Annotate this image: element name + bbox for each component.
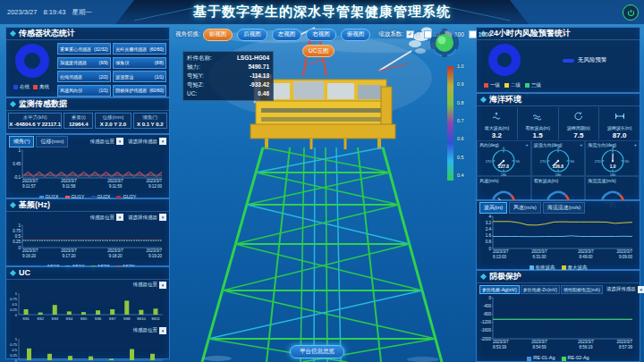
uc-color-scale bbox=[447, 66, 453, 181]
sensor-dropdown[interactable]: 传感器位置▾ bbox=[133, 282, 167, 289]
scale-checkbox-1[interactable]: ✓1 bbox=[406, 30, 419, 38]
tab-inclination-0[interactable]: 倾角(°) bbox=[9, 136, 34, 147]
view-switch-label: 视角切换: bbox=[175, 30, 200, 38]
sensor-dropdown[interactable]: 请选择传感器▾ bbox=[128, 138, 166, 145]
cathodic-legend: RE-01-AgRE-02-Ag bbox=[477, 354, 640, 362]
compass-label: 波浪方向(deg) bbox=[534, 142, 563, 147]
risk-level-legend: 一级二级三级 bbox=[484, 81, 541, 89]
svg-text:0: 0 bbox=[503, 146, 505, 150]
view-button-3[interactable]: 右视图 bbox=[306, 29, 336, 41]
cathodic-line-chart: 0-400-800-1200-1600-20002023/3/78:53:392… bbox=[477, 295, 636, 350]
no-risk-label: 无风险预警 bbox=[578, 56, 607, 64]
base-frequency-dropdowns: 传感器位置▾请选择传感器▾ bbox=[90, 214, 167, 221]
svg-text:-1600: -1600 bbox=[480, 328, 491, 333]
svg-text:2023/3/7: 2023/3/7 bbox=[22, 248, 38, 253]
power-icon bbox=[627, 9, 635, 17]
color-scale-tick: 0.7 bbox=[457, 118, 464, 123]
crosshair-icon: + bbox=[634, 142, 637, 147]
sensor-dropdown[interactable]: 传感器位置▾ bbox=[90, 138, 124, 145]
legend-label: RE-01-Ag bbox=[533, 355, 555, 360]
environment-gauge-row: 风速(m/s)0306.9有效波高(m)0151.5海流流速(m/s)0100.… bbox=[477, 176, 640, 203]
semi-gauge: 有效波高(m)0151.5 bbox=[531, 176, 586, 203]
tab-wave-1[interactable]: 风速(m/s) bbox=[509, 202, 541, 214]
member-info-value: -114.13 bbox=[250, 72, 269, 80]
risk-warning-panel: 24小时内风险预警统计 无风险预警 一级二级三级 bbox=[476, 27, 640, 93]
view-button-4[interactable]: 俯视图 bbox=[341, 29, 371, 41]
monitor-stat-value: X 0.1 Y 0.2 bbox=[134, 122, 166, 127]
sensor-dropdown[interactable]: 传感器位置▾ bbox=[133, 327, 167, 334]
svg-text:-800: -800 bbox=[483, 312, 492, 316]
svg-text:90: 90 bbox=[624, 159, 629, 164]
svg-text:0.5: 0.5 bbox=[12, 348, 17, 352]
panel-title: 基频(Hz) bbox=[6, 199, 169, 212]
panel-title: 监测传感数据 bbox=[6, 98, 169, 111]
svg-text:0.75: 0.75 bbox=[10, 342, 18, 347]
svg-text:0.8: 0.8 bbox=[486, 240, 492, 244]
view-button-1[interactable]: 后视图 bbox=[237, 29, 267, 41]
legend-color-swatch bbox=[527, 357, 531, 361]
monitor-stat-value: 12964.4 bbox=[64, 122, 92, 127]
compass-gauge: 海流方向(deg)+0901802701.0 bbox=[585, 140, 640, 176]
tab-inclination-1[interactable]: 位移(mm) bbox=[36, 136, 68, 147]
sensor-dropdown[interactable]: 请选择传感器▾ bbox=[128, 214, 166, 221]
legend-color-swatch bbox=[484, 83, 488, 88]
svg-text:SS7: SS7 bbox=[109, 316, 116, 321]
max-wave-height-icon bbox=[491, 112, 502, 121]
view-navigation-ball[interactable] bbox=[429, 28, 460, 58]
tab-wave-0[interactable]: 波高(m) bbox=[479, 202, 507, 214]
gauge-label: 海流流速(m/s) bbox=[588, 178, 615, 183]
svg-text:0.75: 0.75 bbox=[10, 297, 18, 301]
monitor-stat: 倾角(°)X 0.1 Y 0.2 bbox=[133, 113, 167, 129]
sensor-dropdown[interactable]: 请选择传感器▾ bbox=[606, 286, 644, 293]
svg-text:8:53:39: 8:53:39 bbox=[493, 345, 507, 349]
scale-checkbox-1000[interactable]: 1000 bbox=[469, 30, 491, 38]
svg-text:SS3: SS3 bbox=[51, 316, 58, 321]
svg-text:90: 90 bbox=[571, 159, 575, 164]
sensor-dropdown[interactable]: 传感器位置▾ bbox=[90, 214, 124, 221]
scale-checkbox-label: 1 bbox=[416, 31, 419, 38]
svg-text:-400: -400 bbox=[483, 304, 492, 308]
svg-text:3.2: 3.2 bbox=[486, 221, 492, 225]
sensor-online-donut-chart bbox=[14, 43, 50, 79]
color-scale-tick: 0.8 bbox=[457, 100, 464, 105]
sensor-chip: 波浪雷达(1/1) bbox=[113, 71, 166, 82]
tab-cathodic-2[interactable]: 牺牲阳极电流(mA) bbox=[561, 285, 603, 294]
sensor-chip: 光纤光栅传感器(60/60) bbox=[113, 43, 166, 55]
uc-cloud-button[interactable]: UC云图 bbox=[302, 45, 335, 57]
svg-text:SS10: SS10 bbox=[137, 316, 147, 321]
chevron-down-icon: ▾ bbox=[638, 286, 644, 293]
view-button-2[interactable]: 左视图 bbox=[272, 29, 302, 41]
power-button[interactable] bbox=[623, 4, 639, 21]
tab-cathodic-0[interactable]: 参比电极-Ag(mV) bbox=[479, 285, 520, 294]
cathodic-tab-row: 参比电极-Ag(mV)参比电极-Zn(mV)牺牲阳极电流(mA) 请选择传感器▾ bbox=[477, 283, 640, 295]
svg-text:2023/3/7: 2023/3/7 bbox=[616, 340, 632, 344]
svg-text:1: 1 bbox=[18, 148, 21, 153]
inclination-chart: 10.45-0.12023/3/79:11:572023/3/79:11:582… bbox=[6, 147, 169, 193]
svg-text:0.5: 0.5 bbox=[12, 302, 17, 307]
legend-item: 一级 bbox=[484, 82, 500, 88]
legend-item: 离线 bbox=[33, 84, 49, 90]
inclination-dropdowns: 传感器位置▾请选择传感器▾ bbox=[90, 138, 167, 145]
checkbox-icon bbox=[469, 30, 477, 38]
semi-gauge: 风速(m/s)0306.9 bbox=[477, 176, 531, 203]
dropdown-label: 传感器位置 bbox=[90, 139, 115, 145]
platform-info-button[interactable]: 平台信息总览 bbox=[290, 345, 344, 358]
scale-label: 缩放系数: bbox=[378, 30, 403, 38]
environment-compass-row: 风向(deg)+090180270227.8波浪方向(deg)+09018027… bbox=[477, 140, 640, 176]
member-info-row: UC:0.46 bbox=[187, 89, 269, 98]
uc-dropdown-2: 传感器位置▾ bbox=[133, 327, 167, 334]
tab-cathodic-1[interactable]: 参比电极-Zn(mV) bbox=[521, 285, 560, 294]
chevron-down-icon: ▾ bbox=[159, 138, 166, 145]
svg-text:SS2: SS2 bbox=[37, 316, 44, 321]
wave-chart: 43.22.41.60.802023/3/76:13:002023/3/76:3… bbox=[477, 214, 640, 264]
svg-text:2023/3/7: 2023/3/7 bbox=[493, 249, 509, 254]
svg-text:0.45: 0.45 bbox=[13, 162, 21, 166]
view-buttons: 前视图后视图左视图右视图俯视图 bbox=[203, 29, 371, 41]
tab-wave-2[interactable]: 海流流速(m/s) bbox=[543, 202, 586, 214]
view-button-0[interactable]: 前视图 bbox=[203, 29, 233, 41]
sensor-chip-name: 风速风向仪 bbox=[60, 88, 82, 93]
member-info-card: 杆件名称:LSG1-HG04轴力:5490.71弯矩Y:-114.13弯矩Z:-… bbox=[182, 51, 274, 101]
legend-color-swatch bbox=[13, 85, 18, 89]
compass-dial: 090180270227.8 bbox=[484, 143, 523, 177]
svg-text:SS6: SS6 bbox=[95, 316, 102, 321]
